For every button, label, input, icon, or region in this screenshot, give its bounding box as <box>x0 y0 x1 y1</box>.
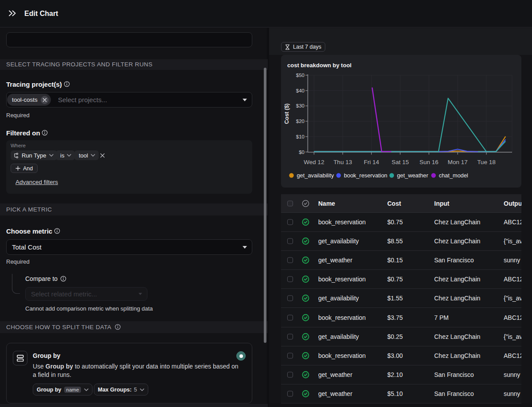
svg-text:Thu 13: Thu 13 <box>333 159 352 165</box>
svg-text:Wed 12: Wed 12 <box>304 159 324 165</box>
svg-text:chat_model: chat_model <box>439 172 468 179</box>
svg-text:get_availability: get_availability <box>297 172 335 179</box>
svg-text:Sat 15: Sat 15 <box>392 159 409 165</box>
svg-text:Tue 18: Tue 18 <box>477 159 496 165</box>
svg-text:Cost ($): Cost ($) <box>284 104 290 124</box>
svg-text:get_weather: get_weather <box>397 172 428 179</box>
svg-text:$20: $20 <box>296 119 305 124</box>
svg-text:Sun 16: Sun 16 <box>420 159 439 165</box>
svg-text:book_reservation: book_reservation <box>344 172 387 179</box>
svg-text:$30: $30 <box>296 103 305 108</box>
svg-text:$0: $0 <box>299 150 305 155</box>
svg-text:Fri 14: Fri 14 <box>364 159 379 165</box>
svg-text:$10: $10 <box>296 134 305 139</box>
svg-text:$50: $50 <box>296 73 305 78</box>
svg-text:Mon 17: Mon 17 <box>447 159 467 165</box>
svg-text:$40: $40 <box>296 88 305 93</box>
